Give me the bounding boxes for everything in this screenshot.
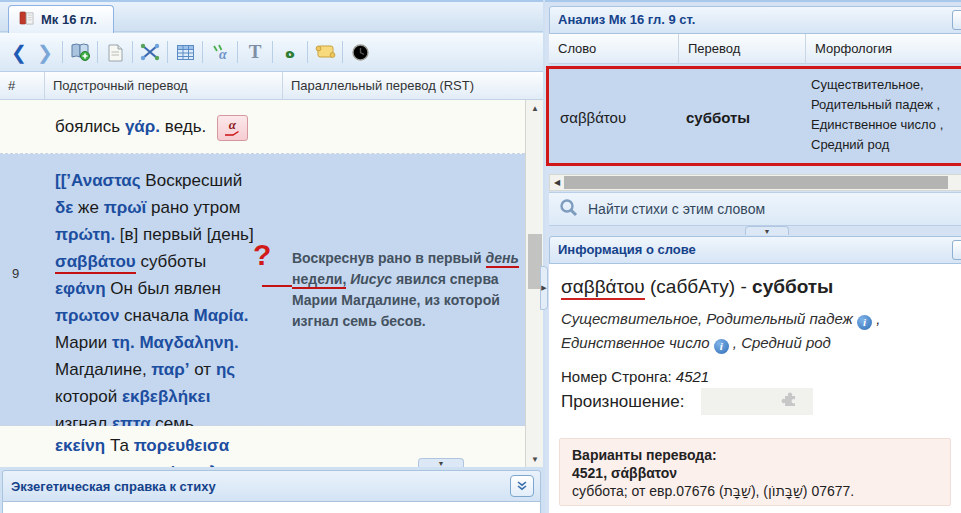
word-ru[interactable]: Та bbox=[105, 436, 134, 455]
column-header-translation[interactable]: Перевод bbox=[679, 34, 806, 64]
word-ru[interactable]: [в] первый [день] bbox=[115, 225, 254, 244]
exegetical-panel-header[interactable]: Экзегетическая справка к стиху bbox=[2, 470, 541, 502]
word-greek[interactable]: πρώτη. bbox=[55, 225, 115, 244]
analysis-title: Анализ Мк 16 гл. 9 ст. bbox=[558, 12, 695, 27]
add-book-button[interactable] bbox=[67, 39, 93, 65]
word-ru[interactable]: Воскресший bbox=[141, 171, 243, 190]
headword-translation: субботы bbox=[752, 276, 833, 297]
word-greek[interactable]: εφάνη bbox=[55, 279, 106, 298]
word-greek[interactable]: [[’Αναστας bbox=[55, 171, 141, 190]
analysis-row-selected[interactable]: σαββάτου субботы Существительное, Родите… bbox=[546, 66, 961, 166]
headword-greek: σαββάτου bbox=[561, 276, 645, 300]
interlinear-text: εκείνη Та πορευθεισα пошедшая απήγγειλεν bbox=[55, 432, 260, 467]
find-verses-search[interactable]: Найти стихи с этим словом bbox=[549, 192, 961, 226]
morph-text: Существительное, Родительный падеж bbox=[561, 310, 857, 327]
parallel-segment-underlined: недели, bbox=[292, 271, 346, 289]
scrollbar-thumb[interactable] bbox=[564, 176, 948, 189]
column-header-num[interactable]: # bbox=[0, 72, 45, 100]
toolbar-separator bbox=[272, 41, 273, 63]
word-ru[interactable]: которой bbox=[55, 387, 122, 406]
column-header-word[interactable]: Слово bbox=[549, 34, 679, 64]
verse-row-8[interactable]: боялись γάρ. ведь. α bbox=[0, 100, 525, 154]
pronunciation-placeholder[interactable] bbox=[701, 388, 813, 415]
text-format-button[interactable]: T bbox=[242, 39, 268, 65]
table-view-button[interactable] bbox=[172, 39, 198, 65]
back-button[interactable]: ❮ bbox=[6, 39, 32, 65]
panel-collapse-button[interactable] bbox=[952, 240, 961, 260]
word-greek[interactable]: παρ’ bbox=[151, 360, 189, 379]
toolbar-separator bbox=[167, 41, 168, 63]
splitter-collapse-tab[interactable]: ▼ bbox=[745, 226, 789, 235]
word-greek[interactable]: Μαγδαληνη. bbox=[135, 333, 239, 352]
history-clock-button[interactable] bbox=[347, 39, 373, 65]
word-greek-sabbatou[interactable]: σαββάτου bbox=[55, 252, 136, 274]
info-icon[interactable]: i bbox=[857, 315, 872, 330]
word-greek[interactable]: πρωϊ bbox=[104, 198, 147, 217]
strong-number-line: Номер Стронга: 4521 bbox=[561, 368, 709, 385]
word-ru[interactable]: ведь. bbox=[160, 117, 206, 136]
word-greek[interactable]: πρωτον bbox=[55, 306, 119, 325]
panel-collapse-button[interactable] bbox=[952, 10, 961, 30]
horizontal-scrollbar[interactable]: ◀ ▶ bbox=[549, 174, 961, 191]
parallel-segment-underlined: день bbox=[486, 250, 519, 268]
word-greek[interactable]: Μαρία. bbox=[193, 306, 248, 325]
word-greek[interactable]: τη. bbox=[112, 333, 135, 352]
verses-grid: боялись γάρ. ведь. α 9 [[’Αναστας Воскре… bbox=[0, 100, 525, 467]
word-ru[interactable]: от bbox=[190, 360, 216, 379]
headword-pron: (саббАту) - bbox=[645, 276, 752, 297]
alpha-analysis-button[interactable]: α bbox=[217, 115, 248, 141]
panel-splitter-handle[interactable]: ▶ bbox=[540, 266, 548, 310]
word-ru[interactable]: сначала bbox=[119, 306, 193, 325]
verse-row-9-selected[interactable]: 9 [[’Αναστας Воскресший δε же πρωϊ рано … bbox=[0, 154, 525, 426]
morph-text: Единственное число bbox=[561, 334, 714, 351]
word-info-header: Информация о слове bbox=[549, 236, 961, 264]
word-ru[interactable]: Он был явлен bbox=[106, 279, 221, 298]
column-header-parallel[interactable]: Параллельный перевод (RST) bbox=[283, 72, 525, 100]
expand-panel-button[interactable] bbox=[510, 475, 534, 497]
scroll-left-arrow[interactable]: ◀ bbox=[550, 175, 564, 190]
scroll-button[interactable] bbox=[312, 39, 338, 65]
parallel-translation-text: Воскреснув рано в первый день недели, Ии… bbox=[292, 248, 520, 332]
hebrew-text-button[interactable]: ه bbox=[277, 39, 303, 65]
toolbar-separator bbox=[132, 41, 133, 63]
word-ru[interactable]: субботы bbox=[136, 252, 206, 271]
tab-mk16[interactable]: Мк 16 гл. bbox=[8, 5, 114, 33]
morphology-detail-line1: Существительное, Родительный падеж i , bbox=[561, 310, 880, 330]
analysis-table-header: Слово Перевод Морфология bbox=[549, 34, 961, 64]
word-greek[interactable]: εκείνη bbox=[55, 436, 105, 455]
hebrew-word: שַׁבָּת bbox=[724, 483, 751, 499]
search-icon bbox=[559, 198, 578, 220]
word-greek[interactable]: απήγγειλεν bbox=[143, 463, 236, 467]
toolbar: ❮ ❯ bbox=[0, 33, 543, 72]
tab-label: Мк 16 гл. bbox=[41, 12, 97, 27]
question-mark-annotation: ? bbox=[253, 238, 271, 272]
analysis-panel: Анализ Мк 16 гл. 9 ст. Слово Перевод Мор… bbox=[545, 0, 961, 513]
word-ru[interactable]: Марии bbox=[55, 333, 112, 352]
scroll-up-arrow[interactable]: ▲ bbox=[526, 100, 544, 116]
word-ru[interactable]: рано утром bbox=[146, 198, 240, 217]
column-header-interlinear[interactable]: Подстрочный перевод bbox=[45, 72, 283, 100]
word-ru[interactable]: боялись bbox=[55, 117, 125, 136]
word-ru[interactable]: же bbox=[73, 198, 103, 217]
tab-bar: Мк 16 гл. bbox=[0, 2, 543, 32]
column-header-morphology[interactable]: Морфология bbox=[806, 34, 961, 64]
morph-text: , Средний род bbox=[729, 334, 831, 351]
greek-analysis-button[interactable]: α bbox=[207, 39, 233, 65]
word-greek[interactable]: γάρ. bbox=[125, 117, 160, 136]
info-icon[interactable]: i bbox=[714, 339, 729, 354]
splitter-collapse-tab[interactable]: ▼ bbox=[418, 458, 464, 467]
word-ru[interactable]: Магдалине, bbox=[55, 360, 151, 379]
word-greek[interactable]: πορευθεισα bbox=[134, 436, 229, 455]
word-links-button[interactable] bbox=[137, 39, 163, 65]
forward-button[interactable]: ❯ bbox=[32, 39, 58, 65]
scroll-down-arrow[interactable]: ▼ bbox=[526, 451, 544, 467]
word-greek[interactable]: εκβεβλήκει bbox=[122, 387, 210, 406]
word-ru[interactable]: пошедшая bbox=[55, 463, 143, 467]
word-greek[interactable]: ης bbox=[216, 360, 235, 379]
morphology-line: Родительный падеж , bbox=[811, 95, 961, 115]
analysis-header: Анализ Мк 16 гл. 9 ст. bbox=[549, 6, 961, 34]
alpha-glyph: α bbox=[229, 119, 236, 130]
word-greek[interactable]: δε bbox=[55, 198, 73, 217]
document-button[interactable] bbox=[102, 39, 128, 65]
strong-value[interactable]: 4521 bbox=[676, 368, 709, 385]
